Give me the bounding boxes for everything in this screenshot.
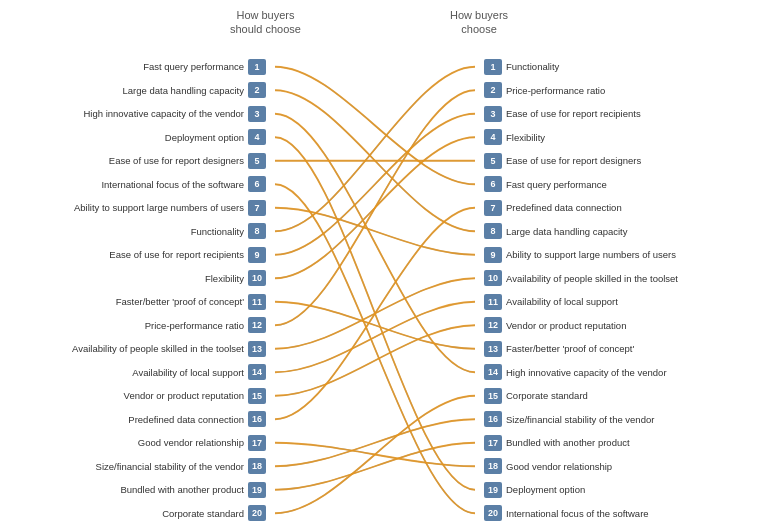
orange-line (275, 208, 475, 420)
left-badge: 10 (248, 270, 266, 286)
right-label-row: 12Vendor or product reputation (480, 314, 774, 338)
left-badge: 14 (248, 364, 266, 380)
left-label-row: Price-performance ratio12 (0, 314, 270, 338)
right-badge: 9 (484, 247, 502, 263)
right-label-text: Availability of people skilled in the to… (506, 273, 678, 284)
right-badge: 6 (484, 176, 502, 192)
right-label-text: Fast query performance (506, 179, 607, 190)
right-badge: 8 (484, 223, 502, 239)
right-badge: 16 (484, 411, 502, 427)
left-badge: 16 (248, 411, 266, 427)
left-badge: 17 (248, 435, 266, 451)
left-label-text: High innovative capacity of the vendor (83, 108, 244, 119)
left-badge: 19 (248, 482, 266, 498)
orange-line (275, 302, 475, 349)
left-badge: 3 (248, 106, 266, 122)
left-label-row: Ease of use for report designers5 (0, 149, 270, 173)
left-label-text: Corporate standard (162, 508, 244, 519)
right-badge: 14 (484, 364, 502, 380)
right-label-text: Faster/better 'proof of concept' (506, 343, 634, 354)
right-badge: 3 (484, 106, 502, 122)
left-label-text: Faster/better 'proof of concept' (116, 296, 244, 307)
right-badge: 17 (484, 435, 502, 451)
right-label-text: High innovative capacity of the vendor (506, 367, 667, 378)
left-badge: 12 (248, 317, 266, 333)
right-label-text: Vendor or product reputation (506, 320, 626, 331)
left-label-row: Corporate standard20 (0, 502, 270, 526)
orange-line (275, 396, 475, 514)
right-label-text: Ease of use for report recipients (506, 108, 641, 119)
right-badge: 11 (484, 294, 502, 310)
right-label-text: Corporate standard (506, 390, 588, 401)
left-label-text: Bundled with another product (120, 484, 244, 495)
right-label-row: 16Size/financial stability of the vendor (480, 408, 774, 432)
right-label-text: Size/financial stability of the vendor (506, 414, 654, 425)
left-label-row: Good vendor relationship17 (0, 431, 270, 455)
right-label-text: Deployment option (506, 484, 585, 495)
left-label-row: Deployment option4 (0, 126, 270, 150)
left-badge: 2 (248, 82, 266, 98)
left-label-text: Functionality (191, 226, 244, 237)
orange-line (275, 114, 475, 373)
left-label-row: Large data handling capacity2 (0, 79, 270, 103)
left-label-text: Large data handling capacity (123, 85, 244, 96)
left-badge: 1 (248, 59, 266, 75)
right-label-text: Functionality (506, 61, 559, 72)
right-badge: 12 (484, 317, 502, 333)
left-label-text: Vendor or product reputation (124, 390, 244, 401)
right-badge: 18 (484, 458, 502, 474)
right-badge: 13 (484, 341, 502, 357)
right-label-text: Availability of local support (506, 296, 618, 307)
right-label-row: 7Predefined data connection (480, 196, 774, 220)
right-label-row: 9Ability to support large numbers of use… (480, 243, 774, 267)
left-label-text: Deployment option (165, 132, 244, 143)
right-label-row: 14High innovative capacity of the vendor (480, 361, 774, 385)
right-label-text: Predefined data connection (506, 202, 622, 213)
right-label-row: 2Price-performance ratio (480, 79, 774, 103)
left-badge: 15 (248, 388, 266, 404)
right-badge: 15 (484, 388, 502, 404)
right-label-text: International focus of the software (506, 508, 649, 519)
left-label-text: Availability of local support (132, 367, 244, 378)
right-label-text: Large data handling capacity (506, 226, 627, 237)
chart-container: How buyersshould choose How buyerschoose… (0, 0, 774, 532)
orange-line (275, 419, 475, 466)
left-label-row: Faster/better 'proof of concept'11 (0, 290, 270, 314)
header-right: How buyerschoose (450, 8, 508, 37)
right-label-row: 4Flexibility (480, 126, 774, 150)
right-label-text: Good vendor relationship (506, 461, 612, 472)
left-label-row: Flexibility10 (0, 267, 270, 291)
right-badge: 19 (484, 482, 502, 498)
left-label-row: Availability of local support14 (0, 361, 270, 385)
connections-svg (270, 55, 480, 525)
left-badge: 13 (248, 341, 266, 357)
left-label-row: Size/financial stability of the vendor18 (0, 455, 270, 479)
left-labels: Fast query performance1Large data handli… (0, 55, 270, 525)
right-badge: 20 (484, 505, 502, 521)
left-label-row: High innovative capacity of the vendor3 (0, 102, 270, 126)
left-label-row: Fast query performance1 (0, 55, 270, 79)
left-label-text: Ease of use for report recipients (109, 249, 244, 260)
left-badge: 18 (248, 458, 266, 474)
orange-line (275, 114, 475, 255)
right-badge: 4 (484, 129, 502, 145)
right-label-text: Ease of use for report designers (506, 155, 641, 166)
header-left: How buyersshould choose (230, 8, 301, 37)
left-label-row: Availability of people skilled in the to… (0, 337, 270, 361)
right-label-row: 19Deployment option (480, 478, 774, 502)
right-label-row: 11Availability of local support (480, 290, 774, 314)
orange-line (275, 208, 475, 255)
left-label-text: Ability to support large numbers of user… (74, 202, 244, 213)
right-label-row: 1Functionality (480, 55, 774, 79)
orange-line (275, 325, 475, 396)
right-badge: 2 (484, 82, 502, 98)
right-label-text: Bundled with another product (506, 437, 630, 448)
left-label-text: Availability of people skilled in the to… (72, 343, 244, 354)
right-badge: 5 (484, 153, 502, 169)
right-label-row: 5Ease of use for report designers (480, 149, 774, 173)
right-label-row: 20International focus of the software (480, 502, 774, 526)
left-badge: 5 (248, 153, 266, 169)
left-badge: 9 (248, 247, 266, 263)
left-label-row: Functionality8 (0, 220, 270, 244)
right-label-row: 8Large data handling capacity (480, 220, 774, 244)
